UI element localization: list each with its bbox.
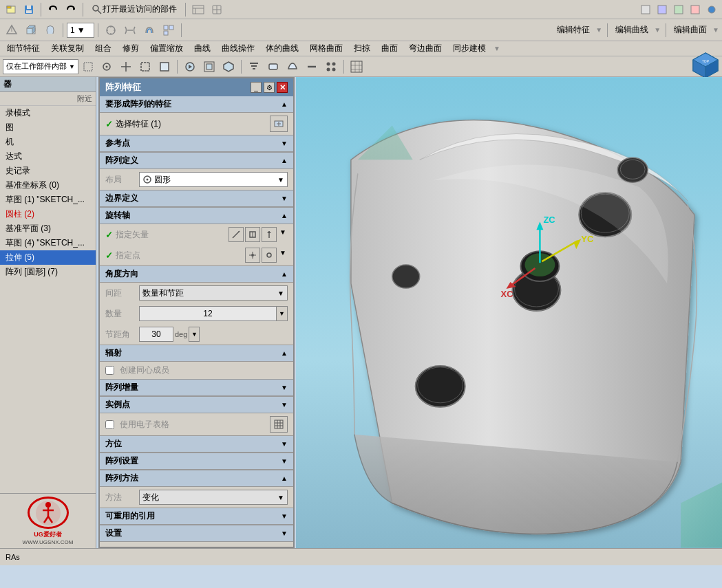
save-btn[interactable] [21,2,37,17]
section-header-feature[interactable]: 要形成阵列的特征 ▲ [100,96,293,113]
filter-edge[interactable] [303,59,321,74]
menu-edge-surface[interactable]: 弯边曲面 [403,41,447,56]
point-btn1[interactable] [245,248,260,263]
view-3d-btn[interactable] [220,59,237,74]
redo-btn[interactable] [63,2,79,17]
work-context-selector[interactable]: 仅在工作部件内部 ▼ [3,59,78,74]
view-select-btn[interactable] [181,59,199,74]
logo-url: WWW.UGSNX.COM [23,539,74,545]
nav-extrude[interactable]: 拉伸 (5) [0,250,96,265]
table-btn[interactable] [270,416,288,433]
nav-machine[interactable]: 机 [0,135,96,149]
section-header-reference[interactable]: 参考点 ▼ [100,135,293,152]
section-header-rotation[interactable]: 旋转轴 ▲ [100,207,293,224]
table-checkbox[interactable] [105,420,114,429]
trim-btn[interactable] [121,23,139,38]
view-fit-btn[interactable] [200,59,218,74]
dialog-close-btn[interactable]: ✕ [277,82,288,93]
vector-btn2[interactable] [245,227,260,242]
nav-expression[interactable]: 达式 [0,149,96,164]
menu-sync-model[interactable]: 同步建模 [447,41,491,56]
select-all-btn[interactable] [80,59,96,74]
nav-sketch1[interactable]: 草图 (1) "SKETCH_... [0,193,96,207]
cmd-finder-btn[interactable]: 打开最近访问的部件 [87,2,182,17]
filter-face[interactable] [284,59,301,74]
menu-sweep[interactable]: 扫掠 [348,41,376,56]
snap-edge[interactable] [136,59,154,74]
filter-any[interactable] [245,59,263,74]
snap-face[interactable] [156,59,173,74]
menu-mesh-surface[interactable]: 网格曲面 [304,41,348,56]
view3d-btn[interactable] [209,2,225,17]
count-input[interactable] [139,306,277,321]
section-header-reusable[interactable]: 可重用的引用 ▼ [100,508,293,525]
right-tb2[interactable] [655,2,670,17]
menu-curve-ops[interactable]: 曲线操作 [216,41,260,56]
select-feature-btn[interactable] [270,116,288,132]
menu-trim[interactable]: 修剪 [117,41,145,56]
menu-detail-feature[interactable]: 细节特征 [1,41,45,56]
nav-array-circular[interactable]: 阵列 [圆形] (7) [0,265,96,279]
menu-curve[interactable]: 曲线 [189,41,216,56]
vector-btn3[interactable] [262,227,277,242]
method-select[interactable]: 变化 ▼ [139,490,288,505]
nav-history[interactable]: 史记录 [0,164,96,178]
pitch-input[interactable] [139,327,173,342]
section-header-angle[interactable]: 角度方向 ▲ [100,265,293,283]
section-header-array-method[interactable]: 阵列方法 ▲ [100,470,293,487]
menu-offset-scale[interactable]: 偏置缩放 [145,41,189,56]
interval-select[interactable]: 数量和节距 ▼ [139,285,288,301]
menu-combine[interactable]: 组合 [89,41,117,56]
menu-surface[interactable]: 曲面 [376,41,403,56]
section-header-boundary[interactable]: 边界定义 ▼ [100,190,293,207]
edit-curve-label[interactable]: 编辑曲线 [613,24,651,36]
nav-record-mode[interactable]: 录模式 [0,106,96,120]
menu-associated-copy[interactable]: 关联复制 [45,41,89,56]
filter-body[interactable] [264,59,282,74]
nav-cylinder[interactable]: 圆柱 (2) [0,207,96,221]
extrude-btn[interactable] [22,23,40,38]
edit-surface-label[interactable]: 编辑曲面 [671,24,710,36]
dialog-settings-btn[interactable]: ⚙ [264,82,275,93]
point-btn2[interactable] [262,248,277,263]
sep-t1 [63,23,63,37]
array-btn[interactable] [160,23,178,38]
concentric-checkbox[interactable] [105,366,114,375]
select-filter-btn[interactable] [189,2,207,17]
nav-drawing[interactable]: 图 [0,120,96,135]
dialog-minimize-btn[interactable]: _ [251,82,262,93]
filter-vertex[interactable] [322,59,340,74]
open-recent-btn[interactable] [3,2,19,17]
right-tb5[interactable] [704,2,719,17]
section-header-radiation[interactable]: 辐射 ▲ [100,345,293,362]
section-header-array-settings[interactable]: 阵列设置 ▼ [100,453,293,470]
undo-btn[interactable] [45,2,61,17]
layout-select[interactable]: 圆形 ▼ [139,172,288,187]
menu-body-curve[interactable]: 体的曲线 [260,41,304,56]
offset-btn[interactable] [140,23,158,38]
nav-sketch4[interactable]: 草图 (4) "SKETCH_... [0,236,96,250]
right-tb4[interactable] [688,2,703,17]
nav-datum-csys[interactable]: 基准坐标系 (0) [0,178,96,193]
section-header-array-def[interactable]: 阵列定义 ▲ [100,152,293,169]
count-spinner[interactable]: ▼ [277,306,288,321]
section-header-orientation[interactable]: 方位 ▼ [100,435,293,453]
move-btn[interactable] [102,23,120,38]
section-header-array-inc[interactable]: 阵列增量 ▼ [100,379,293,396]
table-label: 使用电子表格 [120,419,267,431]
sketch-btn[interactable] [3,23,21,38]
section-header-settings[interactable]: 设置 ▼ [100,525,293,542]
view-cube[interactable]: TOP [692,52,719,79]
right-tb3[interactable] [671,2,686,17]
nav-datum-plane[interactable]: 基准平面 (3) [0,221,96,236]
revolve-btn[interactable] [41,23,59,38]
display-grid-btn[interactable] [348,59,365,74]
vector-btn1[interactable] [229,227,244,242]
snap-snap[interactable] [98,59,116,74]
scale-selector[interactable]: 1 ▼ [67,23,94,38]
edit-feature-label[interactable]: 编辑特征 [554,24,593,36]
section-header-instance[interactable]: 实例点 ▼ [100,396,293,413]
pitch-spinner[interactable]: ▼ [189,327,200,342]
right-tb1[interactable] [638,2,653,17]
snap-point[interactable] [117,59,135,74]
